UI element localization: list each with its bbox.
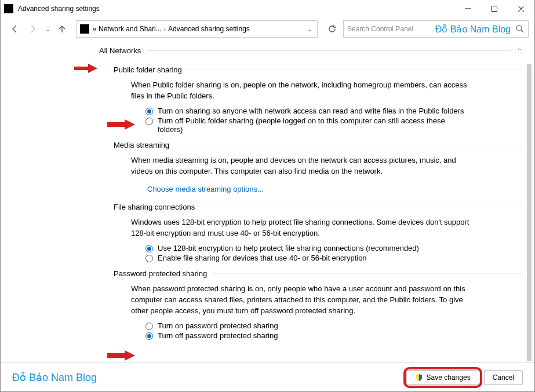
public-folder-off-radio[interactable]: Turn off Public folder sharing (people l…	[145, 116, 470, 134]
annotation-arrow-icon	[73, 63, 99, 74]
password-desc: When password protected sharing is on, o…	[131, 284, 473, 317]
close-button[interactable]	[508, 0, 534, 17]
breadcrumb[interactable]: « Network and Shari... › Advanced sharin…	[76, 20, 318, 38]
filesharing-desc: Windows uses 128-bit encryption to help …	[131, 217, 473, 239]
section-all-networks[interactable]: All Networks ⌃	[99, 41, 523, 58]
media-heading: Media streaming	[114, 141, 523, 152]
media-desc: When media streaming is on, people and d…	[131, 155, 473, 177]
breadcrumb-part1[interactable]: « Network and Shari...	[93, 25, 162, 33]
public-folder-desc: When Public folder sharing is on, people…	[131, 80, 473, 102]
svg-point-4	[516, 25, 522, 31]
titlebar: Advanced sharing settings	[1, 0, 534, 17]
scrollbar-thumb[interactable]	[527, 64, 532, 361]
search-icon	[515, 24, 525, 34]
breadcrumb-icon	[80, 24, 89, 34]
annotation-arrow-icon	[106, 350, 136, 361]
back-button[interactable]	[6, 21, 23, 37]
toolbar: ⌄ « Network and Shari... › Advanced shar…	[1, 17, 534, 41]
chevron-up-icon[interactable]: ⌃	[516, 47, 523, 54]
annotation-arrow-icon	[106, 119, 136, 130]
radio-icon	[145, 332, 153, 340]
up-button[interactable]	[54, 21, 70, 37]
radio-icon	[145, 118, 153, 125]
svg-line-5	[521, 30, 523, 32]
filesharing-40-radio[interactable]: Enable file sharing for devices that use…	[145, 254, 470, 262]
search-input[interactable]: Search Control Panel Đỗ Bảo Nam Blog	[343, 20, 529, 38]
chevron-right-icon: ›	[164, 26, 166, 32]
password-heading: Password protected sharing	[114, 269, 523, 280]
app-icon	[4, 4, 13, 13]
shield-icon	[415, 373, 423, 382]
history-dropdown[interactable]: ⌄	[43, 21, 52, 37]
maximize-button[interactable]	[481, 0, 508, 17]
radio-icon	[145, 255, 153, 262]
cancel-button[interactable]: Cancel	[484, 370, 523, 385]
section-title: All Networks	[99, 46, 141, 55]
watermark-bottom: Đỗ Bảo Nam Blog	[12, 371, 97, 384]
scrollbar[interactable]	[525, 41, 533, 361]
minimize-button[interactable]	[454, 0, 481, 17]
password-on-radio[interactable]: Turn on password protected sharing	[145, 321, 470, 330]
filesharing-heading: File sharing connections	[114, 203, 523, 214]
radio-icon	[145, 323, 153, 330]
filesharing-128-radio[interactable]: Use 128-bit encryption to help protect f…	[145, 244, 470, 252]
public-folder-on-radio[interactable]: Turn on sharing so anyone with network a…	[145, 107, 470, 115]
public-folder-heading: Public folder sharing	[114, 65, 523, 76]
search-placeholder: Search Control Panel	[347, 25, 435, 33]
breadcrumb-dropdown[interactable]: ⌄	[305, 21, 314, 37]
save-changes-button[interactable]: Save changes	[406, 370, 479, 385]
forward-button[interactable]	[25, 21, 41, 37]
radio-icon	[145, 108, 153, 115]
password-off-radio[interactable]: Turn off password protected sharing	[145, 331, 470, 340]
footer: Đỗ Bảo Nam Blog Save changes Cancel	[1, 362, 534, 391]
svg-rect-1	[492, 6, 497, 12]
radio-icon	[145, 245, 153, 252]
window-title: Advanced sharing settings	[18, 5, 454, 13]
content-area: All Networks ⌃ Public folder sharing Whe…	[1, 41, 534, 362]
media-options-link[interactable]: Choose media streaming options...	[147, 185, 264, 193]
watermark-top: Đỗ Bảo Nam Blog	[435, 24, 511, 35]
refresh-button[interactable]	[323, 20, 341, 38]
breadcrumb-part2[interactable]: Advanced sharing settings	[168, 25, 250, 33]
